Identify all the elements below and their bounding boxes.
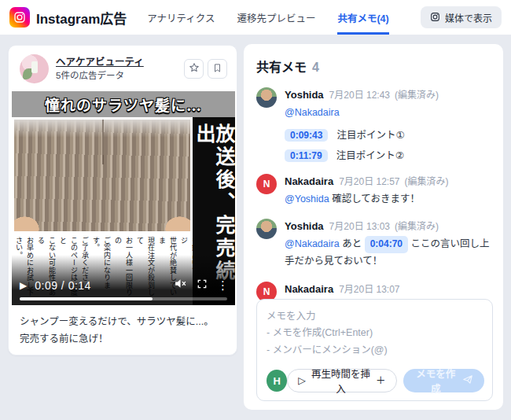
memo-text: あと bbox=[342, 238, 362, 249]
timestamp-chip[interactable]: 0:11:79 bbox=[285, 149, 328, 162]
video-progress-fill bbox=[20, 297, 153, 300]
ad-card-header: ヘアケアビューティ 5件の広告データ bbox=[9, 46, 237, 91]
ad-count-subtitle: 5件の広告データ bbox=[56, 69, 144, 83]
timestamp-chip[interactable]: 0:04:70 bbox=[365, 236, 408, 253]
send-icon bbox=[462, 374, 473, 387]
memo-text: 確認しておきます！ bbox=[332, 193, 420, 204]
memo-author: Yoshida bbox=[285, 220, 324, 232]
page: Instagram広告 アナリティクス 遷移先プレビュー 共有メモ(4) 媒体で… bbox=[0, 0, 511, 420]
caption-line-1: シャンプー変えるだけで、サラツヤ髪に...。 bbox=[20, 314, 226, 331]
video-controls: ▶ 0:09 / 0:14 bbox=[12, 255, 235, 305]
advertiser-avatar bbox=[20, 54, 49, 83]
star-icon bbox=[189, 62, 200, 76]
timestamp-label: 注目ポイント① bbox=[336, 130, 404, 141]
app-header: Instagram広告 アナリティクス 遷移先プレビュー 共有メモ(4) 媒体で… bbox=[0, 0, 511, 35]
insert-playtime-label: 再生時間を挿入 bbox=[311, 366, 371, 396]
memo-item: N Nakadaira7月20日 12:57(編集済み) @Yoshida 確認… bbox=[256, 174, 491, 208]
memo-author: Nakadaira bbox=[285, 175, 333, 187]
ad-creative-video[interactable]: 憧れのサラツヤ髪に… 放送後、完売続出 「染めない白髪ケア」 「サラツヤ黒髪にな… bbox=[12, 91, 235, 305]
mention-link[interactable]: @Nakadaira bbox=[285, 107, 340, 118]
camera-icon bbox=[430, 12, 440, 24]
tab-shared-memo[interactable]: 共有メモ(4) bbox=[337, 0, 388, 35]
shared-memo-panel: 共有メモ4 Yoshida7月20日 12:43(編集済み) @Nakadair… bbox=[244, 44, 503, 410]
advertiser-name-link[interactable]: ヘアケアビューティ bbox=[56, 55, 144, 69]
current-user-avatar: H bbox=[267, 370, 287, 392]
plus-icon: ＋ bbox=[376, 376, 386, 386]
ad-caption: シャンプー変えるだけで、サラツヤ髪に...。 完売する前に急げ！ bbox=[9, 305, 237, 357]
video-time-display: 0:09 / 0:14 bbox=[35, 279, 91, 292]
insert-playtime-button[interactable]: ▷ 再生時間を挿入 ＋ bbox=[287, 369, 396, 392]
memo-date: 7月20日 13:03 bbox=[329, 221, 390, 232]
memo-edited-flag: (編集済み) bbox=[405, 176, 449, 187]
bookmark-button[interactable] bbox=[208, 59, 227, 79]
tab-analytics[interactable]: アナリティクス bbox=[147, 0, 215, 35]
muted-speaker-icon[interactable] bbox=[174, 278, 187, 293]
creative-banner-text: 憧れのサラツヤ髪に… bbox=[45, 94, 202, 115]
memo-author: Yoshida bbox=[285, 89, 324, 101]
memo-compose-box: H ▷ 再生時間を挿入 ＋ メモを作成 bbox=[256, 299, 493, 401]
favorite-button[interactable] bbox=[184, 59, 204, 79]
avatar-yoshida bbox=[256, 219, 277, 239]
create-memo-label: メモを作成 bbox=[414, 366, 458, 396]
memo-edited-flag: (編集済み) bbox=[395, 90, 439, 101]
create-memo-button[interactable]: メモを作成 bbox=[403, 369, 485, 392]
play-icon[interactable]: ▶ bbox=[20, 280, 27, 291]
tab-destination-preview[interactable]: 遷移先プレビュー bbox=[237, 0, 315, 35]
fullscreen-icon[interactable] bbox=[197, 278, 208, 293]
memo-item: Yoshida7月20日 13:03(編集済み) @Nakadaira あと 0… bbox=[256, 219, 491, 269]
view-on-media-label: 媒体で表示 bbox=[445, 11, 492, 24]
timestamp-chip[interactable]: 0:09:43 bbox=[285, 129, 328, 142]
page-title: Instagram広告 bbox=[36, 8, 127, 28]
tab-bar: アナリティクス 遷移先プレビュー 共有メモ(4) bbox=[147, 0, 388, 35]
instagram-logo-icon bbox=[9, 7, 30, 28]
memo-panel-title-row: 共有メモ4 bbox=[256, 57, 491, 76]
memo-date: 7月20日 12:43 bbox=[329, 90, 390, 101]
memo-panel-title: 共有メモ bbox=[256, 61, 307, 74]
video-progress-bar[interactable] bbox=[20, 297, 227, 300]
creative-top-banner: 憧れのサラツヤ髪に… bbox=[12, 91, 235, 117]
memo-date: 7月20日 12:57 bbox=[339, 176, 399, 187]
avatar-nakadaira: N bbox=[256, 174, 277, 194]
ad-preview-card: ヘアケアビューティ 5件の広告データ bbox=[8, 45, 237, 356]
avatar-yoshida bbox=[256, 87, 277, 108]
bookmark-icon bbox=[212, 62, 222, 76]
timestamp-label: 注目ポイント② bbox=[336, 150, 404, 161]
memo-edited-flag: (編集済み) bbox=[395, 221, 439, 232]
play-outline-icon: ▷ bbox=[298, 376, 306, 386]
mention-link[interactable]: @Nakadaira bbox=[285, 238, 340, 249]
memo-author: Nakadaira bbox=[285, 283, 333, 295]
mention-link[interactable]: @Yoshida bbox=[285, 193, 329, 204]
view-on-media-button[interactable]: 媒体で表示 bbox=[421, 6, 502, 28]
memo-input-field[interactable] bbox=[257, 300, 492, 358]
kebab-menu-icon[interactable]: ⋮ bbox=[217, 279, 229, 291]
memo-item: Yoshida7月20日 12:43(編集済み) @Nakadaira 0:09… bbox=[256, 87, 491, 162]
hair-photo bbox=[12, 117, 193, 234]
memo-date: 7月20日 13:07 bbox=[339, 284, 399, 295]
memo-count: 4 bbox=[312, 61, 319, 74]
brand: Instagram広告 bbox=[9, 0, 147, 35]
caption-line-2: 完売する前に急げ！ bbox=[20, 331, 226, 348]
